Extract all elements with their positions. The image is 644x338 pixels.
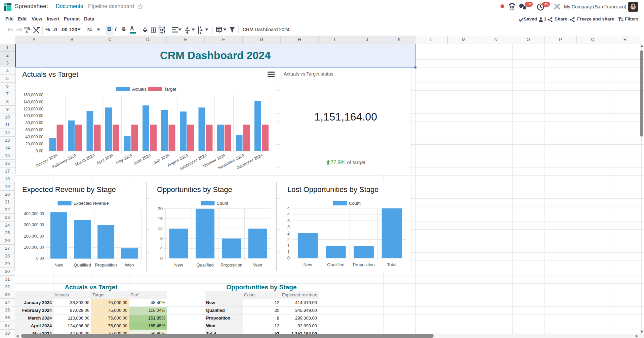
svg-text:3: 3 [287,218,290,223]
svg-text:New: New [54,262,64,268]
svg-text:140,000.00: 140,000.00 [23,100,43,104]
svg-text:Won: Won [125,262,134,268]
svg-text:0: 0 [287,255,290,260]
svg-text:40,000.00: 40,000.00 [26,135,44,139]
svg-text:300,000.00: 300,000.00 [24,223,44,227]
svg-text:4: 4 [160,246,163,251]
svg-text:Lost Opportunities by Stage: Lost Opportunities by Stage [287,185,379,194]
svg-text:0.00: 0.00 [36,256,44,261]
svg-text:2: 2 [287,237,290,242]
svg-text:16: 16 [158,216,163,221]
svg-text:100,000.00: 100,000.00 [24,245,44,250]
svg-text:Actuals vs Target: Actuals vs Target [22,70,78,79]
svg-text:New: New [304,262,313,267]
svg-text:Qualified: Qualified [74,262,91,268]
svg-text:60,000.00: 60,000.00 [26,128,44,132]
svg-text:200,000.00: 200,000.00 [24,234,44,239]
svg-text:12: 12 [158,226,163,231]
svg-text:4: 4 [287,212,290,217]
svg-text:20: 20 [158,206,163,211]
svg-text:120,000.00: 120,000.00 [23,107,43,111]
svg-text:Won: Won [253,262,263,268]
svg-text:2: 2 [287,231,290,236]
svg-text:Qualified: Qualified [327,262,344,267]
svg-text:Total: Total [387,262,397,267]
svg-text:Proposition: Proposition [95,262,117,268]
svg-text:1: 1 [287,243,290,248]
svg-text:May 2024: May 2024 [115,153,133,165]
svg-text:0.00: 0.00 [36,149,44,153]
svg-text:20,000.00: 20,000.00 [26,142,44,146]
svg-text:100,000.00: 100,000.00 [23,113,43,118]
svg-text:4: 4 [287,206,290,211]
svg-text:400,000.00: 400,000.00 [24,211,44,216]
svg-text:Opportunities by Stage: Opportunities by Stage [157,185,232,194]
svg-text:June 2024: June 2024 [133,153,152,166]
svg-text:New: New [174,262,184,268]
svg-text:Proposition: Proposition [220,262,242,268]
svg-text:3: 3 [287,224,290,229]
svg-text:1: 1 [287,249,290,254]
svg-text:Count: Count [217,201,229,206]
svg-text:Expected Revenue by Stage: Expected Revenue by Stage [22,185,116,194]
svg-text:160,000.00: 160,000.00 [23,93,43,97]
svg-text:April 2024: April 2024 [96,153,114,165]
svg-text:Qualified: Qualified [196,262,213,268]
svg-text:Expected revenue: Expected revenue [74,201,109,206]
svg-text:0: 0 [160,256,163,261]
svg-text:Proposition: Proposition [353,262,375,267]
svg-text:Target: Target [164,87,176,92]
svg-text:8: 8 [160,236,163,241]
svg-text:March 2024: March 2024 [75,153,96,167]
svg-text:Actuals: Actuals [132,87,147,92]
svg-text:80,000.00: 80,000.00 [26,120,44,125]
svg-text:Count: Count [349,201,361,206]
